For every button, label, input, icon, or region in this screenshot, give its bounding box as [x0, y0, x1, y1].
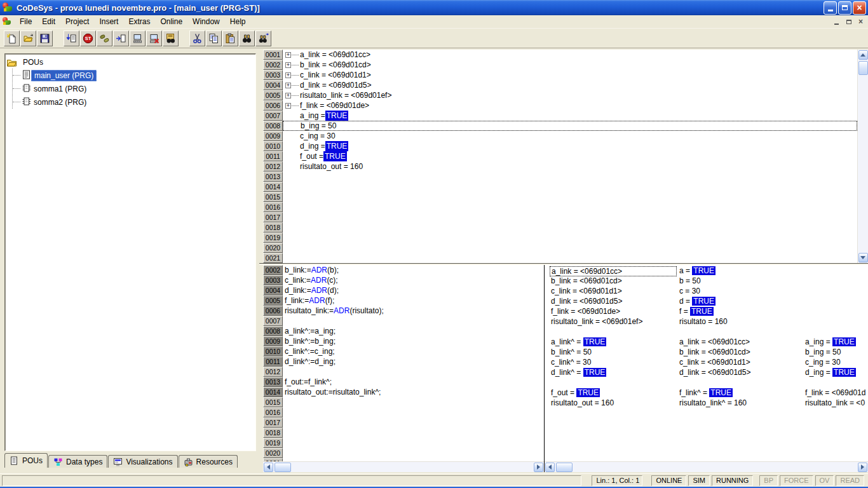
watch-cell[interactable]: d_link = <069d01d5>: [678, 368, 803, 378]
copy-icon[interactable]: [206, 30, 222, 46]
watch-line[interactable]: [283, 182, 857, 192]
scroll-thumb[interactable]: [275, 463, 291, 472]
watch-horizontal-scrollbar[interactable]: [545, 461, 868, 472]
watch-cell[interactable]: c_link^ = 30: [550, 358, 677, 368]
scroll-left-icon[interactable]: [545, 463, 555, 472]
code-line[interactable]: c_link^:=c_ing;: [283, 346, 544, 356]
expand-icon[interactable]: +: [285, 62, 291, 68]
scroll-right-icon[interactable]: [534, 463, 543, 472]
scroll-thumb[interactable]: [556, 463, 573, 472]
code-line[interactable]: [283, 407, 544, 417]
line-number[interactable]: 0004: [263, 285, 283, 295]
line-number[interactable]: 0018: [263, 428, 283, 438]
watch-line[interactable]: risultato_out = 160: [283, 161, 857, 172]
scroll-thumb[interactable]: [858, 61, 868, 75]
code-line[interactable]: [283, 448, 544, 458]
line-number[interactable]: 0002: [263, 265, 283, 275]
close-icon[interactable]: ×: [853, 1, 866, 15]
watch-cell[interactable]: b = 50: [678, 276, 803, 287]
code-line[interactable]: [283, 428, 544, 438]
line-number[interactable]: 0007: [263, 316, 283, 326]
step-icon[interactable]: [113, 30, 129, 46]
line-number[interactable]: 0020: [263, 448, 283, 458]
watch-cell[interactable]: b_ing = 50: [804, 348, 842, 358]
watch-cell[interactable]: risultato_out = 160: [550, 398, 677, 409]
scroll-up-icon[interactable]: [858, 50, 868, 60]
code-horizontal-scrollbar[interactable]: [263, 461, 544, 472]
mdi-minimize-icon[interactable]: [831, 17, 842, 27]
watch-cell[interactable]: f_link = <069d01de>: [550, 307, 677, 317]
tab-pous[interactable]: POUs: [4, 453, 48, 468]
watch-cell[interactable]: d_link = <069d01d5>: [550, 297, 677, 307]
watch-cell[interactable]: risultato_link = <0: [804, 398, 866, 409]
watch-line[interactable]: +f_link = <069d01de>: [283, 100, 857, 111]
code-line[interactable]: d_link:=ADR(d);: [283, 285, 544, 295]
watch-line[interactable]: [283, 233, 857, 243]
sidebar-item-main_user[interactable]: main_user (PRG): [13, 69, 254, 82]
line-number[interactable]: 0005: [263, 295, 283, 306]
paste-icon[interactable]: [222, 30, 238, 46]
tab-visualizations[interactable]: Visualizations: [108, 455, 177, 468]
code-line[interactable]: [283, 316, 544, 326]
watch-cell[interactable]: c_link = <069d01d1>: [678, 358, 803, 368]
watch-cell[interactable]: d = TRUE: [678, 297, 803, 307]
watch-cell[interactable]: c_link = <069d01d1>: [550, 287, 677, 297]
menu-extras[interactable]: Extras: [123, 16, 155, 27]
find-next-icon[interactable]: [255, 30, 271, 46]
watch-cell[interactable]: a_ing = TRUE: [804, 337, 857, 348]
menu-project[interactable]: Project: [60, 16, 94, 27]
mdi-close-icon[interactable]: ×: [855, 17, 866, 27]
watch-cell[interactable]: b_link = <069d01cd>: [550, 276, 677, 287]
code-line[interactable]: c_link:=ADR(c);: [283, 275, 544, 285]
watch-line[interactable]: [283, 192, 857, 202]
watch-line[interactable]: +risultato_link = <069d01ef>: [283, 90, 857, 100]
watch-cell[interactable]: a = TRUE: [678, 266, 803, 276]
watch-cell[interactable]: risultato_link = <069d01ef>: [550, 317, 677, 327]
line-number[interactable]: 0011: [263, 356, 283, 367]
watch-cell[interactable]: f = TRUE: [678, 307, 803, 317]
watch-line[interactable]: +c_link = <069d01d1>: [283, 70, 857, 80]
expand-icon[interactable]: +: [285, 83, 291, 88]
line-number[interactable]: 0006: [263, 306, 283, 316]
watch-line[interactable]: d_ing = TRUE: [283, 141, 857, 151]
login-icon[interactable]: [64, 30, 79, 46]
scroll-left-icon[interactable]: [264, 463, 273, 472]
menu-window[interactable]: Window: [187, 16, 225, 27]
scroll-down-icon[interactable]: [858, 253, 868, 262]
monitor-icon[interactable]: [130, 30, 146, 46]
watch-line[interactable]: +d_link = <069d01d5>: [283, 80, 857, 90]
menu-edit[interactable]: Edit: [37, 16, 60, 27]
watch-line[interactable]: c_ing = 30: [283, 131, 857, 141]
sidebar-item-somma2[interactable]: somma2 (PRG): [13, 95, 254, 109]
scroll-right-icon[interactable]: [858, 463, 867, 472]
watch-cell[interactable]: c = 30: [678, 287, 803, 297]
line-number[interactable]: 0016: [263, 407, 283, 417]
save-icon[interactable]: [37, 30, 53, 46]
restore-icon[interactable]: [838, 1, 851, 15]
watch-cell[interactable]: d_link^ = TRUE: [550, 368, 677, 378]
watch-cell[interactable]: risultato = 160: [678, 317, 803, 327]
search-project-icon[interactable]: [163, 30, 179, 46]
new-file-icon[interactable]: [4, 30, 20, 46]
watch-line[interactable]: b_ing = 50: [283, 121, 857, 131]
watch-cell[interactable]: a_link^ = TRUE: [550, 337, 677, 348]
watch-cell[interactable]: a_link = <069d01cc>: [678, 337, 803, 348]
code-line[interactable]: b_link:=ADR(b);: [283, 265, 544, 275]
code-line[interactable]: [283, 367, 544, 377]
watch-cell[interactable]: a_link = <069d01cc>: [550, 266, 677, 276]
code-line[interactable]: [283, 417, 544, 428]
monitor-delete-icon[interactable]: [146, 30, 162, 46]
minimize-icon[interactable]: [824, 1, 837, 15]
mdi-restore-icon[interactable]: [843, 17, 854, 27]
cut-icon[interactable]: [189, 30, 205, 46]
code-line[interactable]: f_link:=ADR(f);: [283, 295, 544, 306]
watch-line[interactable]: +a_link = <069d01cc>: [283, 50, 857, 60]
expand-icon[interactable]: +: [285, 52, 291, 58]
watch-cell[interactable]: d_ing = TRUE: [804, 368, 857, 378]
watch-cell[interactable]: b_link^ = 50: [550, 348, 677, 358]
watch-cell[interactable]: f_link = <069d01d: [804, 388, 867, 398]
stop-icon[interactable]: ST: [80, 30, 96, 46]
code-line[interactable]: [283, 438, 544, 448]
line-number[interactable]: 0009: [263, 336, 283, 346]
tab-data-types[interactable]: Data types: [48, 455, 107, 468]
